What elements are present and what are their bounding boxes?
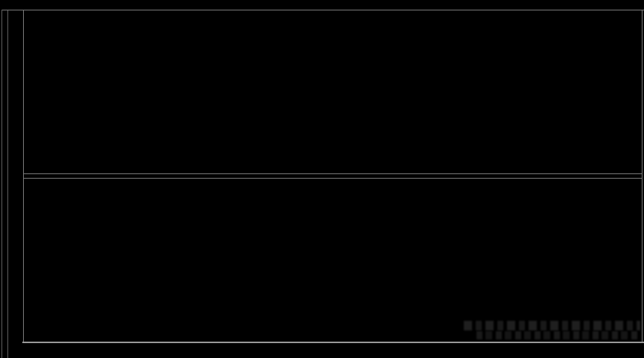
graph-window bbox=[0, 0, 644, 358]
tick-layer bbox=[0, 0, 644, 358]
